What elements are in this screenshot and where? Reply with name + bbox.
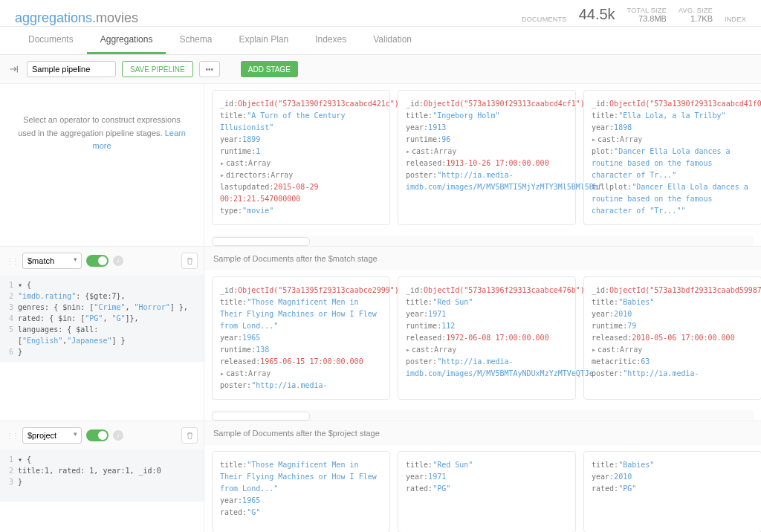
stage-toggle[interactable]: [86, 429, 109, 441]
intro-text: Select an operator to construct expressi…: [0, 84, 204, 183]
sample-label: Sample of Documents after the $project s…: [204, 421, 761, 445]
tab-validation[interactable]: Validation: [360, 27, 425, 54]
learn-more-link[interactable]: Learn more: [92, 129, 185, 151]
add-stage-button[interactable]: ADD STAGE: [241, 61, 298, 77]
document-card: _id:ObjectId("573a1390f29313caabcd4cf1")…: [398, 90, 576, 225]
pipeline-name-input[interactable]: [27, 61, 116, 77]
export-icon[interactable]: [7, 62, 21, 76]
delete-stage-button[interactable]: [181, 427, 198, 444]
stage-operator-select[interactable]: [22, 427, 82, 444]
tabs: Documents Aggregations Schema Explain Pl…: [0, 27, 761, 55]
scrollbar[interactable]: [212, 236, 754, 246]
tab-indexes[interactable]: Indexes: [302, 27, 360, 54]
drag-handle-icon[interactable]: ⋮⋮: [6, 432, 18, 440]
tab-schema[interactable]: Schema: [166, 27, 225, 54]
document-card: _id:ObjectId("573a1390f29313caabcd421c")…: [212, 90, 390, 225]
breadcrumb: aggregations.movies: [15, 10, 138, 26]
tab-explain[interactable]: Explain Plan: [225, 27, 302, 54]
toolbar: SAVE PIPELINE ••• ADD STAGE: [0, 55, 761, 84]
document-card: _id:ObjectId("573a1395f29313caabce2999")…: [212, 276, 390, 400]
doc-count: 44.5k: [579, 6, 615, 23]
sample-label: Sample of Documents after the $match sta…: [204, 247, 761, 270]
tab-aggregations[interactable]: Aggregations: [87, 27, 166, 54]
stage-editor[interactable]: 1▾ {2 title:1, rated: 1, year:1, _id:03}: [0, 450, 204, 502]
document-card: _id:ObjectId("573a1390f29313caabcd41f0")…: [583, 90, 761, 225]
stage-toggle[interactable]: [86, 255, 109, 267]
document-card: title:"Those Magnificent Men in Their Fl…: [212, 451, 390, 532]
header: aggregations.movies DOCUMENTS 44.5k TOTA…: [0, 0, 761, 27]
more-button[interactable]: •••: [199, 61, 220, 77]
document-card: _id:ObjectId("573a1396f29313caabce476b")…: [398, 276, 576, 400]
info-icon[interactable]: i: [113, 256, 123, 266]
stage-editor[interactable]: 1▾ {2 "imdb.rating": {$gte:7},3 genres: …: [0, 275, 204, 362]
document-card: title:"Babies"year:2010rated:"PG": [583, 451, 761, 532]
stats: DOCUMENTS 44.5k TOTAL SIZE73.8MB AVG. SI…: [522, 6, 746, 26]
document-card: title:"Red Sun"year:1971rated:"PG": [398, 451, 576, 532]
scrollbar[interactable]: [212, 410, 754, 421]
drag-handle-icon[interactable]: ⋮⋮: [6, 257, 18, 265]
info-icon[interactable]: i: [113, 430, 123, 441]
delete-stage-button[interactable]: [181, 253, 198, 269]
save-pipeline-button[interactable]: SAVE PIPELINE: [122, 61, 193, 77]
tab-documents[interactable]: Documents: [15, 27, 87, 54]
document-card: _id:ObjectId("573a13bdf29313caabd59987")…: [583, 276, 761, 400]
stage-operator-select[interactable]: [22, 253, 82, 269]
